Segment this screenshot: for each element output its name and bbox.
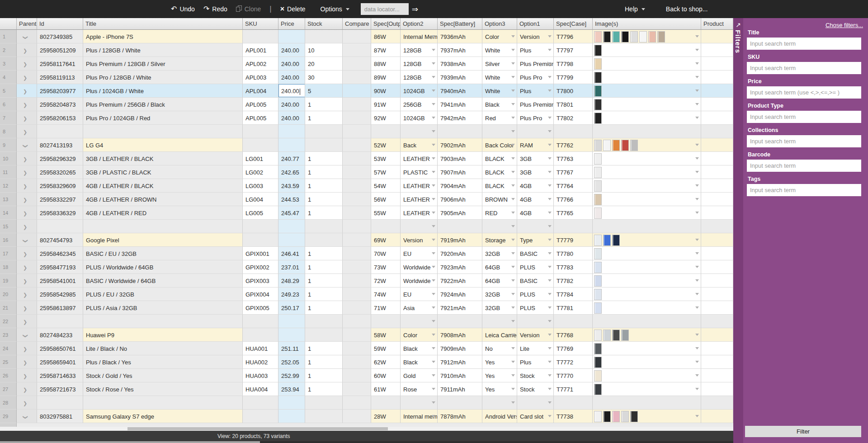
- product-image-thumb[interactable]: [594, 207, 602, 219]
- cell-battery[interactable]: 7936mAh: [438, 30, 482, 43]
- cell-spec_case[interactable]: T7767: [554, 165, 593, 179]
- cell-spec_case[interactable]: [554, 396, 593, 410]
- cell-compare[interactable]: [343, 301, 371, 315]
- cell-product[interactable]: [701, 342, 733, 355]
- dropdown-arrow-icon[interactable]: [511, 90, 515, 92]
- cell-option3[interactable]: Red: [482, 111, 517, 125]
- cell-option3[interactable]: BLACK: [482, 179, 517, 193]
- dropdown-arrow-icon[interactable]: [548, 293, 552, 295]
- cell-title[interactable]: Plus Premium / 256GB / Black: [83, 98, 243, 111]
- cell-spec_out[interactable]: 72W: [371, 274, 401, 287]
- cell-option1[interactable]: Version: [517, 328, 554, 342]
- cell-price[interactable]: [278, 396, 305, 410]
- dropdown-arrow-icon[interactable]: [548, 334, 552, 336]
- cell-sku[interactable]: [243, 396, 278, 410]
- cell-spec_out[interactable]: [371, 125, 401, 138]
- cell-stock[interactable]: [305, 410, 343, 423]
- cell-battery[interactable]: 7937mAh: [438, 43, 482, 57]
- cell-title[interactable]: 3GB / PLASTIC / BLACK: [83, 165, 243, 179]
- cell-product[interactable]: [701, 30, 733, 43]
- cell-product[interactable]: [701, 274, 733, 287]
- product-image-thumb[interactable]: [594, 302, 602, 314]
- dropdown-arrow-icon[interactable]: [548, 306, 552, 309]
- cell-product[interactable]: [701, 206, 733, 220]
- filters-panel-collapse-strip[interactable]: ↗ Filters: [733, 18, 743, 443]
- dropdown-arrow-icon[interactable]: [548, 347, 552, 349]
- cell-title[interactable]: Samsung Galaxy S7 edge: [83, 410, 243, 423]
- expand-toggle[interactable]: ❯: [17, 165, 37, 179]
- dropdown-arrow-icon[interactable]: [432, 198, 435, 200]
- cell-title[interactable]: LG G4: [83, 138, 243, 152]
- dropdown-arrow-icon[interactable]: [511, 184, 515, 187]
- cell-option3[interactable]: 32GB: [482, 301, 517, 315]
- cell-title[interactable]: Plus / Black / Yes: [83, 355, 243, 369]
- cell-spec_case[interactable]: T7762: [554, 138, 593, 152]
- cell-option1[interactable]: Plus: [517, 43, 554, 57]
- product-image-thumb[interactable]: [621, 330, 629, 341]
- expand-toggle[interactable]: ❯: [17, 369, 37, 382]
- dropdown-arrow-icon[interactable]: [695, 334, 699, 336]
- cell-compare[interactable]: [343, 220, 371, 233]
- product-image-thumb[interactable]: [603, 330, 611, 341]
- cell-price[interactable]: 240.77: [278, 152, 305, 165]
- cell-sku[interactable]: [243, 220, 278, 233]
- cell-price[interactable]: 246.41: [278, 247, 305, 260]
- dropdown-arrow-icon[interactable]: [432, 212, 435, 214]
- cell-compare[interactable]: [343, 125, 371, 138]
- cell-images[interactable]: [593, 382, 701, 396]
- dropdown-arrow-icon[interactable]: [432, 266, 435, 268]
- cell-product[interactable]: [701, 84, 733, 98]
- cell-spec_case[interactable]: T7772: [554, 355, 593, 369]
- cell-battery[interactable]: 7921mAh: [438, 301, 482, 315]
- cell-images[interactable]: [593, 84, 701, 98]
- cell-sku[interactable]: LG002: [243, 165, 278, 179]
- cell-product[interactable]: [701, 328, 733, 342]
- cell-title[interactable]: Apple - iPhone 7S: [83, 30, 243, 43]
- cell-compare[interactable]: [343, 152, 371, 165]
- cell-id[interactable]: 25958542985: [37, 287, 83, 301]
- cell-spec_case[interactable]: T7766: [554, 193, 593, 206]
- cell-title[interactable]: Huawei P9: [83, 328, 243, 342]
- cell-title[interactable]: 4GB / LEATHER / RED: [83, 206, 243, 220]
- dropdown-arrow-icon[interactable]: [695, 103, 699, 105]
- cell-id[interactable]: 25958203977: [37, 84, 83, 98]
- cell-title[interactable]: [83, 396, 243, 410]
- cell-price[interactable]: 240.00: [278, 111, 305, 125]
- cell-spec_case[interactable]: T7738: [554, 410, 593, 423]
- dropdown-arrow-icon[interactable]: [548, 35, 552, 38]
- cell-price[interactable]: [278, 30, 305, 43]
- cell-product[interactable]: [701, 98, 733, 111]
- cell-price[interactable]: 253.94: [278, 382, 305, 396]
- cell-compare[interactable]: [343, 30, 371, 43]
- column-header-parent[interactable]: Parent: [17, 18, 37, 30]
- expand-toggle[interactable]: ❯: [17, 111, 37, 125]
- product-image-thumb[interactable]: [603, 411, 611, 422]
- dropdown-arrow-icon[interactable]: [511, 320, 515, 322]
- cell-id[interactable]: 8027413193: [37, 138, 83, 152]
- dropdown-arrow-icon[interactable]: [695, 252, 699, 254]
- cell-id[interactable]: 25958659401: [37, 355, 83, 369]
- product-image-thumb[interactable]: [621, 411, 629, 422]
- cell-spec_out[interactable]: 57W: [371, 165, 401, 179]
- cell-battery[interactable]: 7912mAh: [438, 355, 482, 369]
- expand-toggle[interactable]: ❯: [17, 30, 37, 43]
- filter-input-price[interactable]: [747, 86, 861, 99]
- dropdown-arrow-icon[interactable]: [432, 225, 435, 227]
- back-to-shop-button[interactable]: Back to shop...: [666, 5, 708, 13]
- cell-title[interactable]: [83, 125, 243, 138]
- cell-spec_out[interactable]: 87W: [371, 43, 401, 57]
- cell-compare[interactable]: [343, 274, 371, 287]
- expand-toggle[interactable]: ❯: [17, 125, 37, 138]
- dropdown-arrow-icon[interactable]: [548, 374, 552, 377]
- dropdown-arrow-icon[interactable]: [432, 279, 435, 282]
- cell-spec_out[interactable]: 60W: [371, 369, 401, 382]
- product-image-thumb[interactable]: [594, 180, 602, 192]
- cell-battery[interactable]: [438, 396, 482, 410]
- dropdown-arrow-icon[interactable]: [511, 293, 515, 295]
- dropdown-arrow-icon[interactable]: [695, 374, 699, 377]
- dropdown-arrow-icon[interactable]: [432, 293, 435, 295]
- filter-input-product-type[interactable]: [747, 111, 861, 123]
- cell-option1[interactable]: Stock: [517, 382, 554, 396]
- cell-spec_out[interactable]: 28W: [371, 410, 401, 423]
- product-image-thumb[interactable]: [594, 330, 602, 341]
